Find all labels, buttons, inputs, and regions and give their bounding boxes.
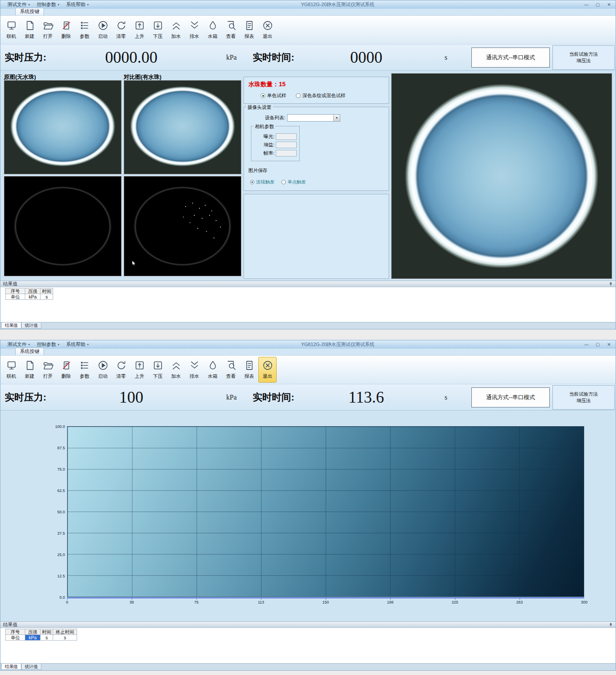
- toolbar-button-label: 下压: [153, 33, 162, 40]
- compare-dish-image: [124, 80, 241, 174]
- main-window-top: 测试文件 ▾ 控制参数 ▾ 系统帮助 ▾ YG812G-20静水压测试仪测试系统…: [0, 0, 616, 329]
- toolbar-button[interactable]: 下压: [149, 357, 167, 383]
- droplet-count-box: 水珠数量：15 单色试样 深色条纹或混色试样: [244, 77, 389, 104]
- minimize-button[interactable]: —: [583, 342, 589, 347]
- test-method-line1: 当前试验方法: [569, 391, 598, 397]
- toolbar-button-label: 查看: [226, 373, 236, 380]
- original-dish-image: [4, 80, 122, 174]
- sample-type-radio[interactable]: 深色条纹或混色试样: [296, 92, 345, 99]
- toolbar-button[interactable]: 删除: [57, 357, 75, 383]
- toolbar-button[interactable]: 清零: [112, 357, 130, 383]
- toolbar-button[interactable]: 水箱: [203, 357, 222, 383]
- sample-type-radio[interactable]: 单色试样: [261, 92, 286, 99]
- toolbar-button[interactable]: 退出: [258, 357, 277, 383]
- results-column-header: 时间: [40, 629, 53, 635]
- camera-params-fields: 曝光: 增益: 帧率:: [254, 133, 297, 156]
- toolbar-button[interactable]: 报表: [240, 17, 258, 43]
- results-tab[interactable]: 统计值: [21, 664, 41, 670]
- maximize-button[interactable]: ▢: [595, 2, 601, 7]
- menu-item[interactable]: 系统帮助 ▾: [63, 1, 92, 8]
- toolbar-button[interactable]: 新建: [20, 357, 39, 383]
- chevrons-up-icon: [171, 360, 182, 372]
- results-tab[interactable]: 结果值: [1, 664, 21, 670]
- toolbar-button[interactable]: 启动: [94, 17, 112, 43]
- test-method-button[interactable]: 当前试验方法 增压法: [552, 385, 615, 410]
- toolbar-button[interactable]: 排水: [185, 357, 203, 383]
- param-input[interactable]: [276, 142, 297, 148]
- report-icon: [244, 20, 255, 32]
- pin-icon[interactable]: [609, 623, 613, 627]
- toolbar-button[interactable]: 加水: [167, 357, 185, 383]
- menu-item[interactable]: 测试文件 ▾: [4, 1, 34, 8]
- trigger-radio[interactable]: 连续触发: [250, 179, 274, 185]
- view-icon: [226, 360, 237, 372]
- trigger-radio[interactable]: 单点触发: [281, 179, 306, 185]
- camera-params-title: 相机参数: [254, 123, 275, 130]
- results-column-header: 时间: [40, 288, 53, 294]
- toolbar-button[interactable]: 下压: [149, 17, 167, 43]
- camera-params-group: 相机参数 曝光: 增益:: [251, 126, 300, 161]
- toolbar-button-label: 排水: [190, 373, 199, 380]
- param-input[interactable]: [276, 133, 297, 140]
- toolbar-button[interactable]: 清零: [112, 17, 130, 43]
- monitor-icon: [6, 20, 17, 32]
- radio-label: 连续触发: [256, 179, 274, 185]
- toolbar-button-label: 水箱: [208, 373, 217, 380]
- title-bar: 测试文件 ▾ 控制参数 ▾ 系统帮助 ▾ YG812G-20静水压测试仪测试系统…: [0, 0, 616, 9]
- arrow-down-icon: [152, 360, 163, 372]
- toolbar-button[interactable]: 参数: [75, 357, 94, 383]
- toolbar-button[interactable]: 查看: [222, 17, 240, 43]
- arrow-up-icon: [134, 360, 145, 372]
- toolbar-button[interactable]: 加水: [167, 17, 185, 43]
- chevron-down-icon: ▾: [87, 343, 89, 346]
- x-axis-tick-label: 263: [515, 600, 524, 604]
- close-button[interactable]: ✕: [606, 342, 612, 347]
- results-tab[interactable]: 结果值: [1, 322, 21, 329]
- toolbar-button[interactable]: 联机: [2, 357, 20, 383]
- menu-item[interactable]: 控制参数 ▾: [34, 1, 63, 8]
- device-list-dropdown[interactable]: ▼: [287, 114, 340, 122]
- close-button[interactable]: ✕: [606, 2, 612, 7]
- status-bar: 实时压力: 0000.00 kPa 实时时间: 0000 s 通讯方式--串口模…: [0, 44, 616, 71]
- toolbar-button[interactable]: 上升: [130, 17, 149, 43]
- toolbar-button[interactable]: 退出: [258, 17, 277, 43]
- toolbar-button[interactable]: 参数: [75, 17, 94, 43]
- menu-item-label: 系统帮助: [66, 341, 85, 348]
- ribbon-tab-system-keys[interactable]: 系统按键: [15, 348, 44, 355]
- param-input[interactable]: [276, 150, 297, 156]
- menu-item-label: 测试文件: [7, 341, 27, 348]
- toolbar-button-label: 启动: [98, 373, 108, 380]
- time-value: 113.6: [294, 388, 438, 407]
- maximize-button[interactable]: ▢: [595, 342, 601, 347]
- toolbar-button[interactable]: 打开: [39, 357, 57, 383]
- comm-mode-button[interactable]: 通讯方式--串口模式: [471, 387, 550, 407]
- menu-item[interactable]: 系统帮助 ▾: [63, 341, 92, 348]
- compare-image-column: 对比图(有水珠): [124, 73, 241, 279]
- results-tab[interactable]: 统计值: [21, 322, 41, 329]
- minimize-button[interactable]: —: [583, 2, 589, 7]
- menu-item[interactable]: 测试文件 ▾: [4, 341, 34, 348]
- toolbar-button[interactable]: 水箱: [203, 17, 222, 43]
- chevron-down-icon[interactable]: ▼: [333, 115, 340, 121]
- test-method-button[interactable]: 当前试验方法 增压法: [552, 45, 615, 70]
- comm-mode-button[interactable]: 通讯方式--串口模式: [471, 47, 550, 68]
- toolbar-button[interactable]: 查看: [222, 357, 240, 383]
- results-unit-cell: s: [53, 634, 77, 641]
- toolbar-button[interactable]: 启动: [94, 357, 112, 383]
- pressure-unit: kPa: [216, 54, 247, 61]
- y-axis-tick-label: 100.0: [55, 424, 65, 429]
- toolbar-button[interactable]: 新建: [20, 17, 39, 43]
- ribbon-tab-row: 系统按键: [0, 349, 616, 356]
- toolbar-button[interactable]: 打开: [39, 17, 57, 43]
- toolbar-button[interactable]: 联机: [2, 17, 20, 43]
- menu-item[interactable]: 控制参数 ▾: [34, 341, 63, 348]
- pin-icon[interactable]: [609, 282, 613, 286]
- toolbar-button[interactable]: 排水: [185, 17, 203, 43]
- ribbon-tab-system-keys[interactable]: 系统按键: [15, 8, 44, 15]
- toolbar-button[interactable]: 删除: [57, 17, 75, 43]
- play-icon: [98, 360, 108, 372]
- sample-type-radio-group: 单色试样 深色条纹或混色试样: [248, 92, 384, 99]
- menu-bar: 测试文件 ▾ 控制参数 ▾ 系统帮助 ▾: [4, 1, 92, 8]
- toolbar-button[interactable]: 报表: [240, 357, 258, 383]
- toolbar-button[interactable]: 上升: [130, 357, 149, 383]
